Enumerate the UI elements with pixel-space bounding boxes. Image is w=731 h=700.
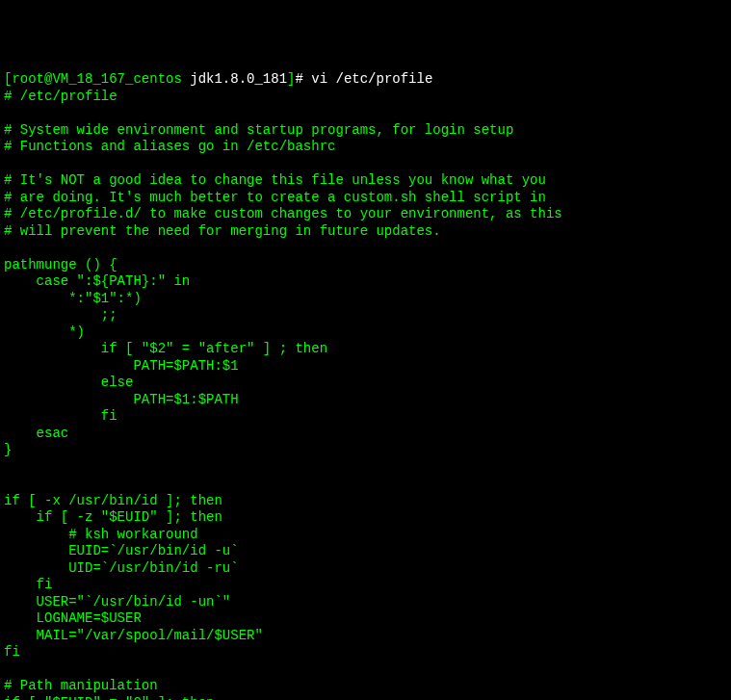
- file-line: USER="`/usr/bin/id -un`": [4, 594, 727, 611]
- file-line: }: [4, 442, 727, 459]
- file-line: [4, 661, 727, 679]
- file-line: [4, 156, 727, 173]
- file-line: if [ "$2" = "after" ] ; then: [4, 341, 727, 358]
- file-line: # are doing. It's much better to create …: [4, 190, 727, 207]
- file-line: ;;: [4, 307, 727, 324]
- file-line: if [ -x /usr/bin/id ]; then: [4, 493, 727, 510]
- file-line: if [ "$EUID" = "0" ]; then: [4, 695, 727, 701]
- file-content[interactable]: # /etc/profile # System wide environment…: [4, 89, 727, 701]
- file-line: *): [4, 324, 727, 342]
- file-line: else: [4, 375, 727, 392]
- file-line: PATH=$PATH:$1: [4, 358, 727, 376]
- prompt-cwd: jdk1.8.0_181: [182, 71, 287, 87]
- prompt-line: [root@VM_18_167_centos jdk1.8.0_181]# vi…: [4, 71, 727, 89]
- file-line: # System wide environment and startup pr…: [4, 122, 727, 140]
- file-line: [4, 240, 727, 257]
- file-line: MAIL="/var/spool/mail/$USER": [4, 628, 727, 645]
- file-line: # Functions and aliases go in /etc/bashr…: [4, 139, 727, 156]
- file-line: case ":${PATH}:" in: [4, 273, 727, 291]
- file-line: if [ -z "$EUID" ]; then: [4, 509, 727, 527]
- file-line: # will prevent the need for merging in f…: [4, 223, 727, 241]
- file-line: # ksh workaround: [4, 527, 727, 544]
- file-line: *:"$1":*): [4, 291, 727, 308]
- command-text: vi /etc/profile: [311, 71, 432, 87]
- terminal-window[interactable]: [root@VM_18_167_centos jdk1.8.0_181]# vi…: [4, 71, 727, 700]
- file-line: # It's NOT a good idea to change this fi…: [4, 172, 727, 190]
- file-line: PATH=$1:$PATH: [4, 392, 727, 409]
- file-line: fi: [4, 577, 727, 594]
- prompt-user-host: root@VM_18_167_centos: [12, 71, 181, 87]
- file-line: [4, 105, 727, 122]
- file-line: # Path manipulation: [4, 678, 727, 695]
- file-line: EUID=`/usr/bin/id -u`: [4, 543, 727, 560]
- file-line: esac: [4, 426, 727, 443]
- prompt-hash: #: [295, 71, 311, 87]
- file-line: pathmunge () {: [4, 257, 727, 274]
- file-line: # /etc/profile.d/ to make custom changes…: [4, 206, 727, 223]
- file-line: UID=`/usr/bin/id -ru`: [4, 560, 727, 578]
- file-line: LOGNAME=$USER: [4, 610, 727, 628]
- file-line: # /etc/profile: [4, 89, 727, 106]
- file-line: [4, 476, 727, 493]
- file-line: fi: [4, 408, 727, 426]
- file-line: [4, 459, 727, 477]
- file-line: fi: [4, 644, 727, 661]
